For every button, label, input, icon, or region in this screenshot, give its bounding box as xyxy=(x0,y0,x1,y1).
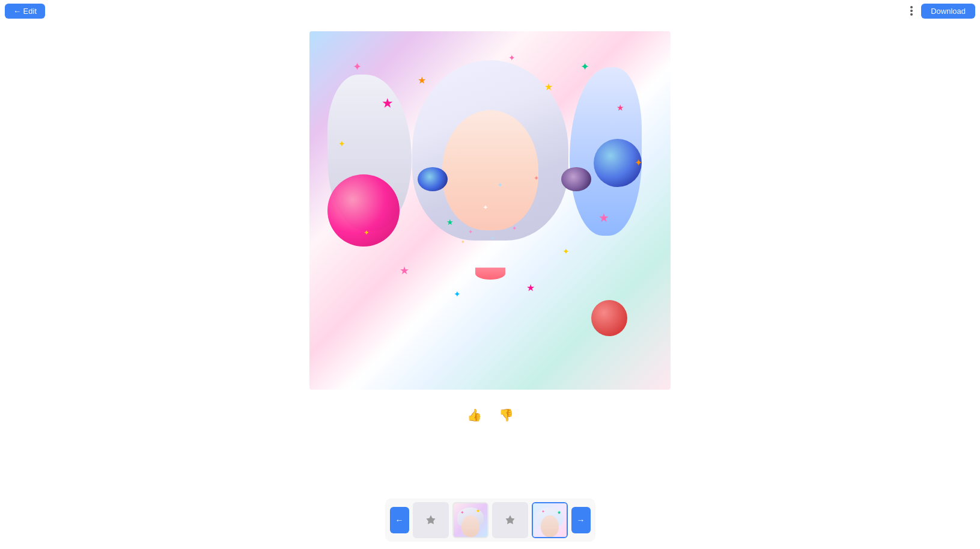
prev-arrow-icon: ← xyxy=(395,515,404,525)
thumb-face xyxy=(461,515,479,537)
star-decoration: ✦ xyxy=(454,289,461,299)
star-decoration: ✦ xyxy=(498,182,502,188)
star-decoration: ★ xyxy=(400,264,409,277)
thumbnail-item-4[interactable]: ✦ ★ xyxy=(532,502,568,538)
thumbnail-strip: ← ✦ ★ ✦ ★ → xyxy=(385,498,595,542)
face-gem: ✦ xyxy=(468,228,473,235)
more-options-button[interactable] xyxy=(907,4,916,18)
star-decoration: ✦ xyxy=(364,228,370,237)
top-bar-right: Download xyxy=(907,4,975,19)
image-placeholder-icon xyxy=(425,514,437,526)
thumb-face xyxy=(541,515,559,537)
main-image: ✦ ★ ✦ ★ ✦ ★ ✦ ★ ✦ ★ ✦ ★ ✦ ★ ✦ ✦ ✦ ★ ✦ ✦ … xyxy=(309,31,671,390)
edit-button[interactable]: ← Edit xyxy=(5,4,45,19)
thumbnail-item-3[interactable] xyxy=(492,502,528,538)
main-image-container: ✦ ★ ✦ ★ ✦ ★ ✦ ★ ✦ ★ ✦ ★ ✦ ★ ✦ ✦ ✦ ★ ✦ ✦ … xyxy=(309,31,671,390)
thumbnail-preview-4: ✦ ★ xyxy=(533,503,567,537)
face-gem: ✦ xyxy=(490,236,495,241)
face-gem: ✦ xyxy=(512,225,517,232)
star-decoration: ✦ xyxy=(635,157,642,168)
thumbnail-item-2[interactable]: ✦ ★ xyxy=(452,502,488,538)
thumbnail-item-1[interactable] xyxy=(413,502,449,538)
thumbnail-next-button[interactable]: → xyxy=(571,507,591,533)
star-decoration: ✦ xyxy=(534,174,539,182)
more-dots-icon xyxy=(910,6,913,16)
bubble-red xyxy=(591,300,627,336)
top-bar: ← Edit Download xyxy=(0,0,980,22)
thumbnail-prev-button[interactable]: ← xyxy=(390,507,409,533)
star-decoration: ✦ xyxy=(338,139,345,149)
next-arrow-icon: → xyxy=(577,515,585,525)
thumbs-up-icon: 👍 xyxy=(467,408,482,422)
thumbs-down-icon: 👎 xyxy=(499,408,514,422)
star-decoration: ★ xyxy=(526,282,535,293)
star-decoration: ★ xyxy=(598,210,609,225)
star-decoration: ★ xyxy=(616,103,624,112)
face-gem: ✦ xyxy=(461,239,465,245)
star-decoration: ★ xyxy=(382,96,394,111)
feedback-area: 👍 👎 xyxy=(463,404,517,426)
star-decoration: ✦ xyxy=(482,203,488,212)
main-content: ✦ ★ ✦ ★ ✦ ★ ✦ ★ ✦ ★ ✦ ★ ✦ ★ ✦ ✦ ✦ ★ ✦ ✦ … xyxy=(0,22,980,549)
star-decoration: ✦ xyxy=(562,247,570,256)
star-decoration: ★ xyxy=(544,81,553,93)
star-decoration: ✦ xyxy=(580,60,589,73)
star-decoration: ✦ xyxy=(508,53,516,63)
download-button[interactable]: Download xyxy=(921,4,975,19)
star-decoration: ★ xyxy=(446,218,454,227)
thumbs-down-button[interactable]: 👎 xyxy=(495,404,517,426)
star-decoration: ★ xyxy=(418,75,426,86)
image-placeholder-icon xyxy=(504,514,516,526)
thumbnail-preview-2: ✦ ★ xyxy=(454,503,487,537)
thumbs-up-button[interactable]: 👍 xyxy=(463,404,485,426)
face xyxy=(442,110,538,230)
star-decoration: ✦ xyxy=(353,60,362,73)
lips xyxy=(475,268,505,280)
